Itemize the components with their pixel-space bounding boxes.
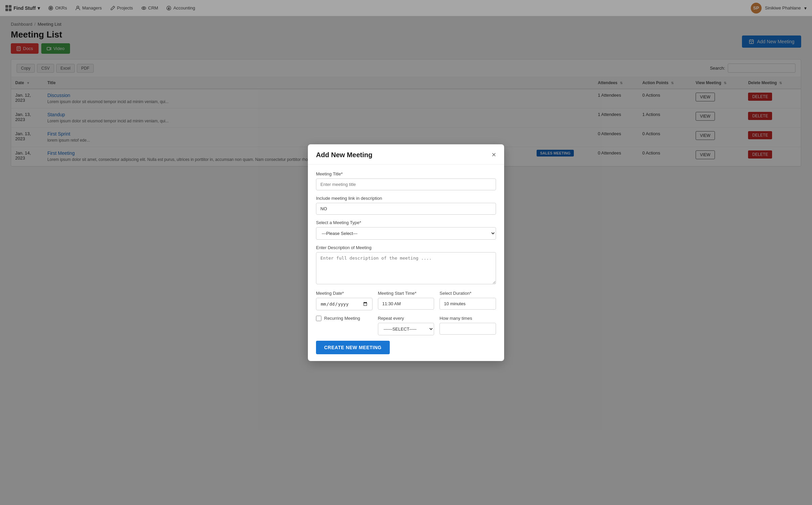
meeting-title-label: Meeting Title* [316,171,496,176]
how-many-group: How many times [439,316,496,335]
description-textarea[interactable] [316,252,496,284]
meeting-title-group: Meeting Title* [316,171,496,190]
include-link-label: Include meeting link in description [316,196,496,201]
start-time-label: Meeting Start Time* [378,291,434,296]
repeat-group: Repeat every ------SELECT----- [378,316,434,335]
meeting-date-input[interactable] [316,298,373,310]
modal-header: Add New Meeting × [308,144,504,165]
how-many-input[interactable] [439,323,496,335]
recurring-row: Recurring Meeting Repeat every ------SEL… [316,316,496,341]
how-many-col: How many times [439,316,496,340]
repeat-select[interactable]: ------SELECT----- [378,323,434,335]
recurring-checkbox-group: Recurring Meeting [316,316,373,321]
meeting-date-label: Meeting Date* [316,291,373,296]
modal-close-button[interactable]: × [492,151,496,159]
repeat-label: Repeat every [378,316,434,321]
modal-body: Meeting Title* Include meeting link in d… [308,165,504,361]
meeting-type-select[interactable]: ---Please Select--- [316,227,496,240]
description-label: Enter Description of Meeting [316,245,496,250]
duration-label: Select Duration* [439,291,496,296]
create-meeting-button[interactable]: CREATE NEW MEETING [316,341,390,354]
recurring-label: Recurring Meeting [324,316,360,321]
modal-overlay: Add New Meeting × Meeting Title* Include… [0,0,812,505]
meeting-type-label: Select a Meeting Type* [316,220,496,225]
recurring-checkbox[interactable] [316,316,321,321]
start-time-input[interactable] [378,298,434,310]
meeting-type-group: Select a Meeting Type* ---Please Select-… [316,220,496,240]
repeat-col: Repeat every ------SELECT----- [378,316,434,341]
start-time-group: Meeting Start Time* [378,291,434,310]
include-link-input[interactable] [316,203,496,215]
how-many-label: How many times [439,316,496,321]
meeting-date-group: Meeting Date* [316,291,373,310]
meeting-title-input[interactable] [316,178,496,190]
duration-col-group: Select Duration* [439,291,496,316]
date-col-group: Meeting Date* [316,291,373,316]
start-time-col-group: Meeting Start Time* [378,291,434,316]
modal-title: Add New Meeting [316,151,373,159]
duration-input[interactable] [439,298,496,310]
recurring-col: Recurring Meeting [316,316,373,327]
datetime-row: Meeting Date* Meeting Start Time* Select… [316,291,496,316]
add-meeting-modal: Add New Meeting × Meeting Title* Include… [308,144,504,361]
duration-group: Select Duration* [439,291,496,310]
description-group: Enter Description of Meeting [316,245,496,285]
include-link-group: Include meeting link in description [316,196,496,215]
